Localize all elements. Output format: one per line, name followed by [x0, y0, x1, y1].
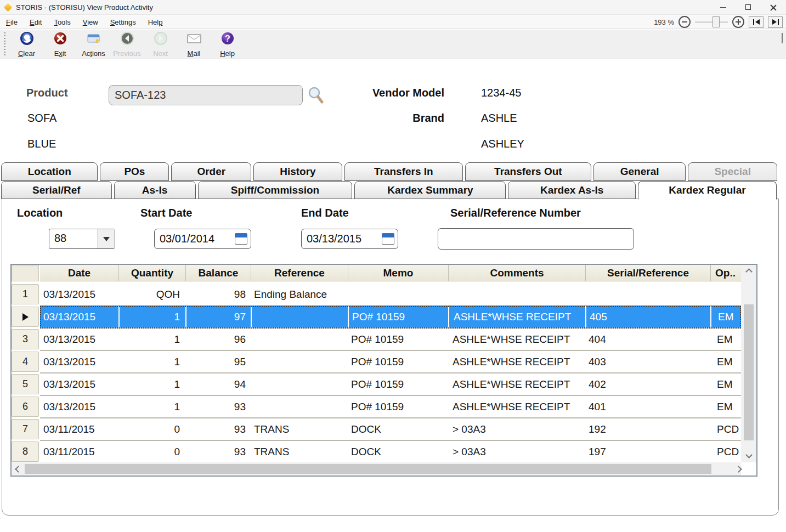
tab-spiff-commission[interactable]: Spiff/Commission: [198, 181, 353, 199]
tab-location[interactable]: Location: [1, 162, 98, 181]
start-date-value: 03/01/2014: [160, 233, 235, 245]
column-header-op[interactable]: Op..: [710, 265, 741, 281]
product-input[interactable]: [109, 85, 303, 105]
cell-memo: DOCK: [348, 441, 448, 462]
menu-bar: FileEditToolsViewSettingsHelp 193 %: [0, 15, 786, 29]
current-row-arrow-icon: [22, 313, 29, 321]
table-row: 803/11/2015093TRANSDOCK> 03A3197PCD: [12, 441, 756, 463]
tab-serial-ref[interactable]: Serial/Ref: [1, 181, 112, 199]
row-selector[interactable]: 5: [12, 374, 39, 394]
row-selector[interactable]: 6: [12, 397, 39, 417]
help-button[interactable]: ?Help: [211, 31, 244, 58]
cell-comments: > 03A3: [448, 441, 585, 462]
menu-view[interactable]: View: [77, 18, 104, 26]
grid-row[interactable]: 03/13/2015195PO# 10159ASHLE*WHSE RECEIPT…: [40, 351, 741, 373]
tab-as-is[interactable]: As-Is: [114, 181, 196, 199]
row-selector[interactable]: 4: [12, 352, 39, 372]
menu-file[interactable]: File: [0, 18, 24, 26]
tab-transfers-in[interactable]: Transfers In: [344, 162, 463, 181]
tab-history[interactable]: History: [253, 162, 342, 181]
cell-serial: [585, 284, 710, 305]
maximize-button[interactable]: [736, 0, 761, 14]
cell-balance: 97: [185, 306, 251, 327]
menu-settings[interactable]: Settings: [104, 18, 142, 26]
serial-reference-input[interactable]: [438, 228, 634, 250]
scroll-right-button[interactable]: [728, 462, 741, 476]
close-button[interactable]: [761, 0, 786, 14]
cell-comments: [448, 284, 585, 305]
column-header-serial[interactable]: Serial/Reference: [585, 265, 710, 281]
actions-button[interactable]: Actions: [77, 31, 110, 58]
grid-row[interactable]: 03/13/2015QOH98Ending Balance: [40, 284, 741, 306]
last-record-button[interactable]: [768, 16, 783, 28]
toolbar-button-label: Help: [220, 49, 235, 58]
grid-row[interactable]: 03/13/2015194PO# 10159ASHLE*WHSE RECEIPT…: [40, 373, 741, 396]
cell-balance: 98: [185, 284, 251, 305]
zoom-level: 193 %: [654, 18, 674, 26]
zoom-slider[interactable]: [695, 16, 728, 28]
calendar-icon[interactable]: [382, 233, 394, 245]
tab-kardex-summary[interactable]: Kardex Summary: [354, 181, 506, 199]
row-selector[interactable]: 1: [12, 284, 39, 304]
scroll-left-button[interactable]: [12, 462, 25, 476]
vertical-scrollbar-thumb[interactable]: [744, 304, 754, 440]
first-record-button[interactable]: [749, 16, 764, 28]
start-date-field[interactable]: 03/01/2014: [154, 229, 251, 249]
clear-button[interactable]: Clear: [10, 31, 43, 58]
location-dropdown[interactable]: 88: [49, 229, 115, 249]
grid-row[interactable]: 03/13/2015193PO# 10159ASHLE*WHSE RECEIPT…: [40, 396, 741, 418]
exit-button[interactable]: Exit: [43, 31, 77, 58]
brand-value: ASHLE: [481, 112, 517, 124]
calendar-icon[interactable]: [235, 233, 247, 245]
grid-row[interactable]: 03/11/2015093TRANSDOCK> 03A3192PCD: [40, 418, 741, 441]
cell-memo: DOCK: [348, 418, 448, 440]
menu-edit[interactable]: Edit: [24, 18, 48, 26]
column-header-memo[interactable]: Memo: [348, 265, 448, 281]
grid-row-selected[interactable]: 03/13/2015197PO# 10159ASHLE*WHSE RECEIPT…: [40, 306, 741, 329]
tab-kardex-regular[interactable]: Kardex Regular: [638, 181, 777, 200]
mail-button[interactable]: Mail: [177, 31, 211, 58]
row-selector-current[interactable]: [12, 307, 39, 327]
tab-kardex-as-is[interactable]: Kardex As-Is: [508, 181, 635, 199]
zoom-out-button[interactable]: [678, 16, 691, 28]
location-dropdown-button[interactable]: [98, 229, 115, 248]
app-icon: [4, 3, 13, 12]
cell-op: PCD: [710, 441, 741, 462]
column-header-quantity[interactable]: Quantity: [118, 265, 185, 281]
row-selector[interactable]: 8: [12, 442, 39, 462]
cell-memo: PO# 10159: [348, 329, 448, 350]
column-header-comments[interactable]: Comments: [448, 265, 585, 281]
grid-header-row: DateQuantityBalanceReferenceMemoComments…: [12, 265, 756, 281]
horizontal-scrollbar-thumb[interactable]: [25, 464, 711, 474]
cell-quantity: 1: [118, 396, 185, 417]
table-row: 403/13/2015195PO# 10159ASHLE*WHSE RECEIP…: [12, 351, 756, 373]
tab-order[interactable]: Order: [171, 162, 251, 181]
zoom-slider-handle[interactable]: [713, 16, 720, 27]
row-selector[interactable]: 3: [12, 329, 39, 349]
row-selector[interactable]: 7: [12, 419, 39, 439]
scroll-up-button[interactable]: [741, 265, 756, 278]
end-date-field[interactable]: 03/13/2015: [301, 229, 398, 249]
cell-reference: Ending Balance: [251, 284, 348, 305]
tab-general[interactable]: General: [593, 162, 686, 181]
minimize-button[interactable]: [710, 0, 736, 14]
next-button: Next: [144, 31, 177, 58]
toolbar-overflow-button[interactable]: [782, 33, 783, 43]
horizontal-scrollbar[interactable]: [12, 462, 741, 476]
menu-tools[interactable]: Tools: [48, 18, 76, 26]
cell-quantity: 0: [118, 441, 185, 462]
column-header-balance[interactable]: Balance: [185, 265, 251, 281]
grid-row[interactable]: 03/11/2015093TRANSDOCK> 03A3197PCD: [40, 441, 741, 463]
scroll-down-button[interactable]: [741, 448, 756, 461]
tab-transfers-out[interactable]: Transfers Out: [465, 162, 591, 181]
table-row: 03/13/2015197PO# 10159ASHLE*WHSE RECEIPT…: [12, 306, 756, 329]
grid-row[interactable]: 03/13/2015196PO# 10159ASHLE*WHSE RECEIPT…: [40, 329, 741, 351]
grid-corner: [12, 265, 39, 281]
vertical-scrollbar[interactable]: [741, 265, 756, 462]
column-header-reference[interactable]: Reference: [251, 265, 348, 281]
toolbar-grip[interactable]: [4, 32, 5, 56]
zoom-in-button[interactable]: [732, 16, 744, 28]
menu-help[interactable]: Help: [142, 18, 169, 26]
column-header-date[interactable]: Date: [40, 265, 118, 281]
tab-pos[interactable]: POs: [100, 162, 169, 181]
